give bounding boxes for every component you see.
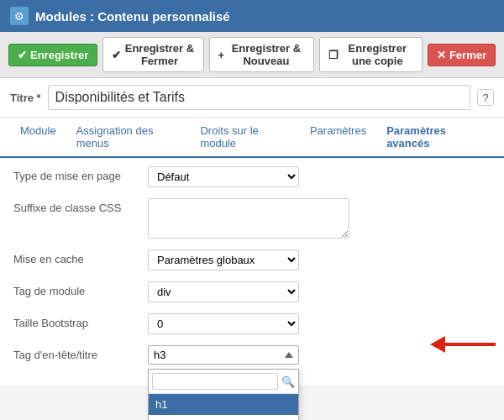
header-tag-row: Tag d'en-tête/titre h3 🔍 h1 h2 h3 h4 h5 xyxy=(13,345,491,369)
header-tag-trigger[interactable]: h3 xyxy=(148,345,299,365)
bootstrap-size-select[interactable]: 0123456789101112 xyxy=(148,313,299,334)
title-row: Titre * ? xyxy=(0,78,504,118)
arrow-head-icon xyxy=(430,336,445,353)
cache-select[interactable]: Paramètres globauxPas de cache xyxy=(148,249,299,270)
dropdown-search-input[interactable] xyxy=(152,373,278,390)
dropdown-item-h1[interactable]: h1 xyxy=(149,394,298,415)
toolbar: ✔ Enregistrer ✔ Enregistrer & Fermer + E… xyxy=(0,32,504,78)
header-tag-dropdown[interactable]: h3 🔍 h1 h2 h3 h4 h5 h6 p div xyxy=(148,345,299,365)
tab-advanced[interactable]: Paramètres avancés xyxy=(376,118,494,158)
cache-control: Paramètres globauxPas de cache xyxy=(148,249,491,270)
tab-rights[interactable]: Droits sur le module xyxy=(190,118,299,158)
title-label: Titre * xyxy=(10,92,41,104)
tabs-bar: Module Assignation des menus Droits sur … xyxy=(0,118,504,158)
css-suffix-input[interactable] xyxy=(148,198,349,239)
layout-type-control: Défaut xyxy=(148,166,491,187)
tab-menu[interactable]: Assignation des menus xyxy=(66,118,191,158)
bootstrap-size-control: 0123456789101112 xyxy=(148,313,491,334)
close-button[interactable]: ✕ Fermer xyxy=(428,44,496,66)
save-new-button[interactable]: + Enregistrer & Nouveau xyxy=(209,37,314,72)
header-tag-value: h3 xyxy=(154,349,165,361)
module-tag-select[interactable]: divspansectionarticleasideheaderfooter xyxy=(148,281,299,302)
copy-icon: ❐ xyxy=(328,49,339,61)
chevron-up-icon xyxy=(285,352,293,358)
tab-module[interactable]: Module xyxy=(10,118,66,158)
tab-params[interactable]: Paramètres xyxy=(300,118,376,158)
arrow-line xyxy=(445,343,496,346)
red-arrow-annotation xyxy=(430,336,496,353)
module-icon: ⚙ xyxy=(10,7,29,25)
search-icon: 🔍 xyxy=(281,375,295,388)
layout-type-label: Type de mise en page xyxy=(13,166,148,182)
plus-icon: + xyxy=(218,49,225,61)
module-tag-row: Tag de module divspansectionarticleaside… xyxy=(13,281,491,305)
save-copy-button[interactable]: ❐ Enregistrer une copie xyxy=(319,37,423,72)
bootstrap-size-row: Taille Bootstrap 0123456789101112 xyxy=(13,313,491,337)
module-tag-control: divspansectionarticleasideheaderfooter xyxy=(148,281,491,302)
check-icon2: ✔ xyxy=(112,49,121,61)
layout-type-select[interactable]: Défaut xyxy=(148,166,299,187)
x-icon: ✕ xyxy=(437,49,446,61)
cache-label: Mise en cache xyxy=(13,249,148,265)
bootstrap-size-label: Taille Bootstrap xyxy=(13,313,148,329)
dropdown-item-h2[interactable]: h2 xyxy=(149,415,298,420)
dropdown-search-container: 🔍 xyxy=(149,370,298,394)
check-icon: ✔ xyxy=(18,49,27,61)
layout-type-row: Type de mise en page Défaut xyxy=(13,166,491,190)
css-suffix-control xyxy=(148,198,491,241)
help-button[interactable]: ? xyxy=(477,89,494,106)
save-close-button[interactable]: ✔ Enregistrer & Fermer xyxy=(102,37,203,72)
cache-row: Mise en cache Paramètres globauxPas de c… xyxy=(13,249,491,273)
css-suffix-label: Suffixe de classe CSS xyxy=(13,198,148,214)
save-button[interactable]: ✔ Enregistrer xyxy=(8,44,97,66)
title-input[interactable] xyxy=(48,85,470,110)
header-bar: ⚙ Modules : Contenu personnalisé xyxy=(0,0,504,32)
header-tag-list: 🔍 h1 h2 h3 h4 h5 h6 p div xyxy=(148,369,299,420)
page-title: Modules : Contenu personnalisé xyxy=(35,9,230,24)
form-content: Type de mise en page Défaut Suffixe de c… xyxy=(0,158,504,386)
module-tag-label: Tag de module xyxy=(13,281,148,297)
css-suffix-row: Suffixe de classe CSS xyxy=(13,198,491,241)
header-tag-label: Tag d'en-tête/titre xyxy=(13,345,148,361)
